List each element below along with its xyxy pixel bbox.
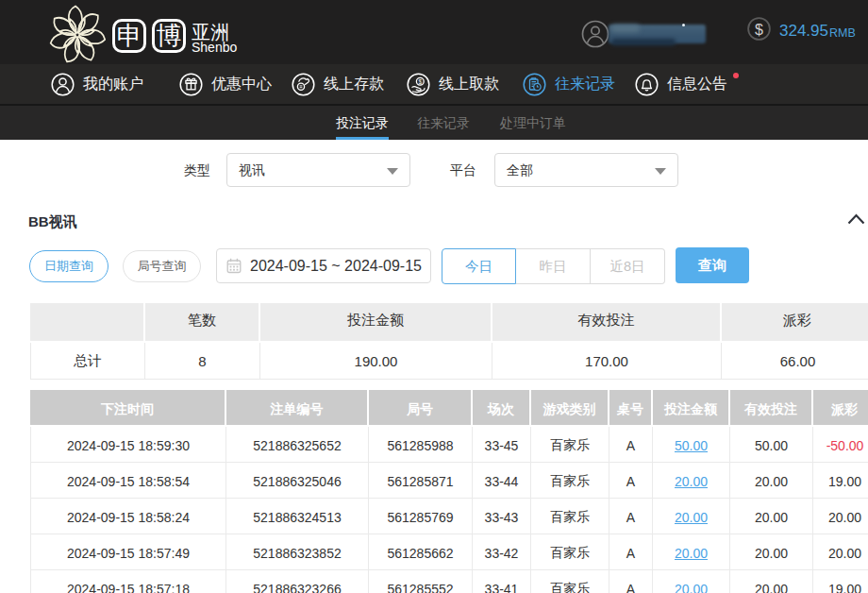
svg-text:$: $ xyxy=(755,22,763,38)
svg-text:$: $ xyxy=(418,77,422,84)
